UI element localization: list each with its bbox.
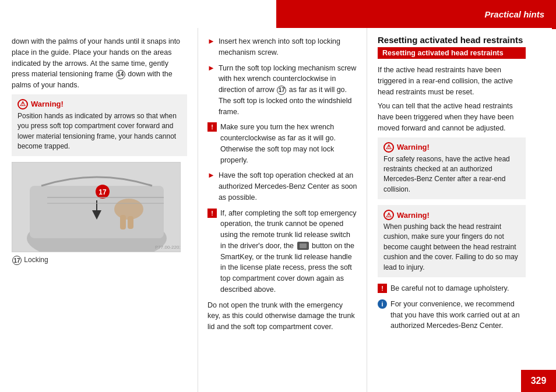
middle-body-text3: Do not open the trunk with the emergency… — [207, 300, 357, 333]
warning-title-right-1: ⚠ Warning! — [383, 142, 520, 153]
right-para2: You can tell that the active head restra… — [378, 101, 526, 133]
header-title: Practical hints — [484, 9, 544, 19]
bullet-arrow-3: ► — [207, 171, 215, 179]
svg-text:P77.00-2201: P77.00-2201 — [155, 245, 181, 250]
note-item-1: ! Make sure you turn the hex wrench coun… — [207, 122, 357, 165]
bullet-text-2: Turn the soft top locking mechanism scre… — [219, 63, 357, 118]
bullet-item-1: ► Insert hex wrench into soft top lockin… — [207, 36, 357, 58]
smartkey-button-icon — [297, 242, 309, 250]
bullet-arrow-1: ► — [207, 37, 215, 45]
main-layout: down with the palms of your hands until … — [0, 28, 556, 392]
right-accent-bar — [552, 0, 556, 29]
page-number-box: 329 — [521, 370, 556, 392]
section-heading: Resetting activated head restraints — [378, 35, 526, 45]
locking-image: 17 P77.00-2201 — [12, 162, 181, 252]
locking-illustration: 17 P77.00-2201 — [12, 163, 181, 252]
warning-text-left: Position hands as indicated by arrows so… — [17, 111, 181, 152]
svg-rect-4 — [120, 215, 126, 229]
note-icon-2: ! — [207, 209, 217, 218]
page-number: 329 — [531, 376, 547, 386]
info-icon-right: i — [378, 299, 387, 309]
info-item-right: i For your convenience, we recommend tha… — [378, 299, 526, 331]
note-text-2: If, after completing the soft top emerge… — [220, 208, 357, 295]
right-column: Resetting activated head restraints Rese… — [367, 28, 536, 392]
note-icon-1: ! — [207, 122, 217, 132]
left-body-text: down with the palms of your hands until … — [12, 36, 187, 91]
warning-box-left: ⚠ Warning! Position hands as indicated b… — [12, 94, 187, 157]
bullet-text-3: Have the soft top operation checked at a… — [219, 170, 357, 203]
right-para1: If the active head restraints have been … — [378, 65, 526, 97]
note-item-2: ! If, after completing the soft top emer… — [207, 208, 357, 295]
circle-ref-17-caption: 17 — [12, 256, 22, 265]
warning-box-right-1: ⚠ Warning! For safety reasons, have the … — [378, 137, 526, 200]
header-bar: Practical hints — [276, 0, 556, 28]
warning-title-left: ⚠ Warning! — [17, 99, 181, 110]
image-caption: 17 Locking — [12, 255, 187, 265]
middle-column: ► Insert hex wrench into soft top lockin… — [198, 28, 367, 392]
bullet-item-3: ► Have the soft top operation checked at… — [207, 170, 357, 203]
note-icon-right: ! — [378, 284, 387, 293]
left-column: down with the palms of your hands until … — [0, 28, 198, 392]
note-text-right: Be careful not to damage upholstery. — [390, 283, 509, 294]
note-text-1: Make sure you turn the hex wrench counte… — [220, 122, 357, 165]
bullet-item-2: ► Turn the soft top locking mechanism sc… — [207, 63, 357, 118]
info-text-right: For your convenience, we recommend that … — [390, 299, 526, 331]
circle-ref-17-mid: 17 — [277, 86, 286, 95]
warning-box-right-2: ⚠ Warning! When pushing back the head re… — [378, 205, 526, 277]
warning-icon-left: ⚠ — [17, 99, 28, 110]
bullet-text-1: Insert hex wrench into soft top locking … — [219, 36, 357, 58]
warning-icon-right-2: ⚠ — [383, 210, 394, 220]
svg-text:17: 17 — [98, 188, 107, 196]
warning-text-right-2: When pushing back the head restraint cus… — [383, 222, 520, 273]
warning-title-right-2: ⚠ Warning! — [383, 210, 520, 220]
circle-ref-14: 14 — [116, 70, 125, 79]
note-item-right: ! Be careful not to damage upholstery. — [378, 283, 526, 294]
warning-text-right-1: For safety reasons, have the active head… — [383, 154, 520, 195]
warning-icon-right-1: ⚠ — [383, 142, 394, 153]
svg-rect-5 — [128, 216, 133, 229]
red-heading-bar: Resetting activated head restraints — [378, 47, 526, 59]
bullet-arrow-2: ► — [207, 63, 215, 72]
